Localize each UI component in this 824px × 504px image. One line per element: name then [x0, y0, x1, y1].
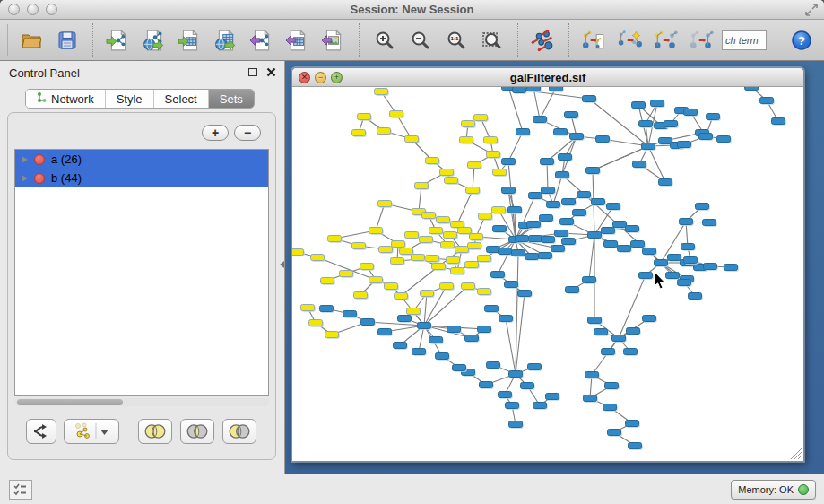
- zoom-out-button[interactable]: [404, 23, 437, 57]
- graph-node[interactable]: [664, 121, 678, 127]
- graph-node[interactable]: [760, 98, 774, 104]
- graph-node[interactable]: [562, 239, 576, 245]
- graph-node[interactable]: [466, 187, 480, 194]
- graph-node[interactable]: [513, 87, 526, 93]
- graph-node[interactable]: [400, 248, 413, 255]
- graph-node[interactable]: [684, 109, 698, 116]
- graph-node[interactable]: [445, 178, 458, 184]
- graph-node[interactable]: [631, 241, 645, 248]
- graph-node[interactable]: [678, 280, 691, 286]
- close-panel-icon[interactable]: [265, 66, 276, 77]
- graph-node[interactable]: [518, 291, 532, 297]
- help-button[interactable]: ?: [785, 23, 818, 57]
- search-input[interactable]: [722, 30, 767, 50]
- graph-node[interactable]: [509, 371, 523, 378]
- graph-node[interactable]: [696, 204, 709, 210]
- graph-node[interactable]: [556, 172, 569, 178]
- graph-node[interactable]: [642, 143, 655, 150]
- graph-node[interactable]: [485, 306, 499, 312]
- graph-node[interactable]: [375, 89, 388, 95]
- graph-node[interactable]: [412, 349, 426, 355]
- graph-node[interactable]: [328, 236, 342, 242]
- graph-node[interactable]: [624, 349, 638, 355]
- graph-node[interactable]: [724, 265, 738, 271]
- export-network-button[interactable]: [246, 23, 278, 57]
- graph-node[interactable]: [320, 306, 334, 312]
- graph-node[interactable]: [626, 421, 639, 427]
- graph-node[interactable]: [478, 326, 491, 333]
- graph-edge[interactable]: [589, 235, 594, 280]
- graph-node[interactable]: [493, 226, 507, 232]
- graph-edge[interactable]: [508, 132, 523, 161]
- graph-node[interactable]: [509, 421, 523, 428]
- toolbar-grip[interactable]: [4, 24, 8, 56]
- apply-preferred-layout-button[interactable]: [527, 23, 559, 57]
- graph-node[interactable]: [470, 234, 483, 240]
- expander-icon[interactable]: [22, 175, 28, 182]
- graph-node[interactable]: [343, 311, 357, 317]
- graph-node[interactable]: [745, 87, 759, 91]
- graph-node[interactable]: [639, 121, 653, 127]
- graph-node[interactable]: [540, 215, 553, 222]
- zoom-selected-region-button[interactable]: [476, 23, 508, 57]
- window-titlebar[interactable]: Session: New Session: [0, 0, 824, 20]
- new-network-from-selection-button[interactable]: [578, 23, 611, 57]
- graph-node[interactable]: [487, 152, 500, 158]
- graph-node[interactable]: [528, 364, 542, 370]
- graph-node[interactable]: [441, 242, 455, 248]
- graph-node[interactable]: [681, 244, 695, 250]
- network-frame[interactable]: ✕ − + galFiltered.sif: [291, 67, 804, 462]
- graph-node[interactable]: [421, 291, 434, 297]
- graph-node[interactable]: [586, 168, 600, 174]
- graph-node[interactable]: [429, 337, 443, 343]
- graph-node[interactable]: [394, 343, 407, 349]
- graph-node[interactable]: [499, 316, 513, 322]
- graph-node[interactable]: [505, 282, 518, 288]
- import-network-from-web-button[interactable]: [138, 23, 170, 57]
- graph-node[interactable]: [405, 136, 419, 143]
- graph-node[interactable]: [555, 230, 568, 237]
- add-set-button[interactable]: +: [202, 125, 229, 141]
- graph-node[interactable]: [588, 317, 602, 324]
- graph-node[interactable]: [460, 137, 473, 143]
- graph-node[interactable]: [585, 372, 599, 378]
- graph-node[interactable]: [468, 162, 481, 169]
- graph-node[interactable]: [541, 159, 554, 165]
- hide-selected-button[interactable]: [650, 23, 682, 57]
- graph-node[interactable]: [360, 264, 374, 270]
- graph-node[interactable]: [629, 443, 642, 449]
- graph-node[interactable]: [772, 118, 785, 125]
- graph-node[interactable]: [451, 268, 464, 274]
- graph-node[interactable]: [525, 254, 539, 260]
- horizontal-scrollbar[interactable]: [14, 398, 269, 406]
- intersect-sets-button[interactable]: [180, 419, 214, 444]
- graph-node[interactable]: [659, 179, 672, 186]
- difference-sets-button[interactable]: [222, 419, 256, 444]
- graph-node[interactable]: [478, 289, 491, 295]
- graph-node[interactable]: [689, 293, 702, 300]
- expander-icon[interactable]: [22, 156, 28, 163]
- graph-node[interactable]: [508, 207, 522, 213]
- graph-node[interactable]: [379, 247, 393, 253]
- graph-node[interactable]: [551, 246, 565, 252]
- network-frame-titlebar[interactable]: ✕ − + galFiltered.sif: [292, 68, 803, 87]
- graph-node[interactable]: [499, 392, 512, 398]
- graph-node[interactable]: [440, 283, 454, 290]
- graph-node[interactable]: [596, 136, 610, 143]
- graph-node[interactable]: [560, 219, 574, 225]
- graph-node[interactable]: [583, 277, 596, 283]
- graph-node[interactable]: [392, 241, 405, 248]
- graph-node[interactable]: [352, 243, 366, 249]
- graph-node[interactable]: [479, 213, 492, 220]
- graph-node[interactable]: [447, 326, 461, 333]
- graph-node[interactable]: [632, 102, 646, 109]
- select-first-neighbors-button[interactable]: [614, 23, 646, 57]
- graph-node[interactable]: [717, 136, 731, 143]
- tab-sets[interactable]: Sets: [209, 90, 254, 108]
- graph-node[interactable]: [684, 257, 698, 264]
- graph-node[interactable]: [480, 382, 493, 388]
- graph-node[interactable]: [395, 293, 408, 300]
- scrollbar-thumb[interactable]: [17, 399, 123, 405]
- graph-node[interactable]: [444, 232, 457, 239]
- graph-node[interactable]: [462, 121, 475, 127]
